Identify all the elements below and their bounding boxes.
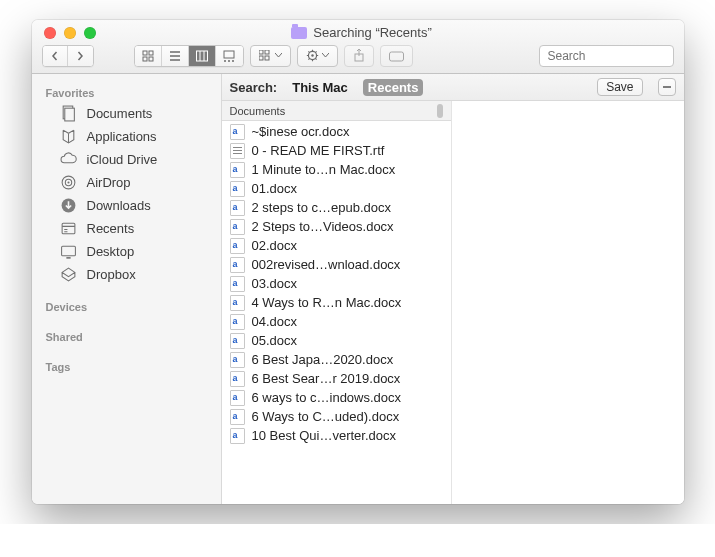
recents-icon — [60, 220, 77, 237]
results-column: Documents ~$inese ocr.docx0 - READ ME FI… — [222, 101, 452, 504]
applications-icon — [60, 128, 77, 145]
sidebar-section-shared: Shared — [32, 326, 221, 346]
svg-rect-1 — [149, 51, 153, 55]
sidebar-item-label: AirDrop — [87, 175, 131, 190]
main-area: Search: This Mac Recents Save Documents … — [222, 74, 684, 504]
file-row[interactable]: ~$inese ocr.docx — [222, 122, 451, 141]
svg-rect-6 — [259, 50, 263, 54]
back-button[interactable] — [43, 46, 68, 66]
file-row[interactable]: 6 ways to c…indows.docx — [222, 388, 451, 407]
svg-point-19 — [67, 181, 69, 183]
save-button[interactable]: Save — [597, 78, 642, 96]
search-input[interactable] — [548, 49, 684, 63]
file-name: 10 Best Qui…verter.docx — [252, 428, 397, 443]
file-row[interactable]: 2 Steps to…Videos.docx — [222, 217, 451, 236]
file-row[interactable]: 002revised…wnload.docx — [222, 255, 451, 274]
file-row[interactable]: 2 steps to c…epub.docx — [222, 198, 451, 217]
sidebar-item-label: Downloads — [87, 198, 151, 213]
docx-file-icon — [230, 295, 245, 311]
file-name: 03.docx — [252, 276, 298, 291]
svg-rect-3 — [149, 57, 153, 61]
sidebar: Favorites Documents Applications iCloud … — [32, 74, 222, 504]
svg-rect-7 — [265, 50, 269, 54]
scrollbar-thumb[interactable] — [437, 104, 443, 118]
arrange-button[interactable] — [250, 45, 291, 67]
view-columns-button[interactable] — [189, 46, 216, 66]
sidebar-item-label: Dropbox — [87, 267, 136, 282]
sidebar-item-airdrop[interactable]: AirDrop — [32, 171, 221, 194]
file-row[interactable]: 05.docx — [222, 331, 451, 350]
sidebar-item-icloud[interactable]: iCloud Drive — [32, 148, 221, 171]
rtf-file-icon — [230, 143, 245, 159]
tags-button[interactable] — [380, 45, 413, 67]
nav-seg — [42, 45, 94, 67]
sidebar-item-desktop[interactable]: Desktop — [32, 240, 221, 263]
file-row[interactable]: 6 Best Japa…2020.docx — [222, 350, 451, 369]
docx-file-icon — [230, 314, 245, 330]
sidebar-item-applications[interactable]: Applications — [32, 125, 221, 148]
docx-file-icon — [230, 257, 245, 273]
scope-recents[interactable]: Recents — [363, 79, 424, 96]
svg-rect-16 — [64, 108, 74, 121]
file-row[interactable]: 04.docx — [222, 312, 451, 331]
file-row[interactable]: 03.docx — [222, 274, 451, 293]
dropbox-icon — [60, 266, 77, 283]
empty-column — [452, 101, 684, 504]
file-row[interactable]: 4 Ways to R…n Mac.docx — [222, 293, 451, 312]
view-seg — [134, 45, 244, 67]
file-row[interactable]: 0 - READ ME FIRST.rtf — [222, 141, 451, 160]
downloads-icon — [60, 197, 77, 214]
view-list-button[interactable] — [162, 46, 189, 66]
sidebar-item-downloads[interactable]: Downloads — [32, 194, 221, 217]
docx-file-icon — [230, 390, 245, 406]
file-name: 6 Best Sear…r 2019.docx — [252, 371, 401, 386]
sidebar-item-label: Documents — [87, 106, 153, 121]
sidebar-item-recents[interactable]: Recents — [32, 217, 221, 240]
share-button[interactable] — [344, 45, 374, 67]
search-field[interactable]: ✕ — [539, 45, 674, 67]
file-name: 1 Minute to…n Mac.docx — [252, 162, 396, 177]
action-button[interactable] — [297, 45, 338, 67]
file-row[interactable]: 6 Best Sear…r 2019.docx — [222, 369, 451, 388]
remove-criteria-button[interactable] — [658, 78, 676, 96]
docx-file-icon — [230, 371, 245, 387]
file-name: 002revised…wnload.docx — [252, 257, 401, 272]
file-row[interactable]: 02.docx — [222, 236, 451, 255]
sidebar-item-label: Applications — [87, 129, 157, 144]
file-name: 0 - READ ME FIRST.rtf — [252, 143, 385, 158]
sidebar-item-label: iCloud Drive — [87, 152, 158, 167]
forward-button[interactable] — [68, 46, 93, 66]
file-name: 6 ways to c…indows.docx — [252, 390, 402, 405]
file-name: 6 Best Japa…2020.docx — [252, 352, 394, 367]
svg-point-11 — [311, 54, 313, 56]
sidebar-item-dropbox[interactable]: Dropbox — [32, 263, 221, 286]
sidebar-item-documents[interactable]: Documents — [32, 102, 221, 125]
view-gallery-button[interactable] — [216, 46, 243, 66]
column-header-label: Documents — [230, 105, 286, 117]
close-icon[interactable] — [44, 27, 56, 39]
docx-file-icon — [230, 333, 245, 349]
file-list: ~$inese ocr.docx0 - READ ME FIRST.rtf1 M… — [222, 121, 451, 504]
column-header[interactable]: Documents — [222, 101, 451, 121]
sidebar-section-devices: Devices — [32, 296, 221, 316]
docx-file-icon — [230, 162, 245, 178]
svg-rect-13 — [389, 52, 403, 61]
docx-file-icon — [230, 124, 245, 140]
docx-file-icon — [230, 428, 245, 444]
docx-file-icon — [230, 238, 245, 254]
view-icons-button[interactable] — [135, 46, 162, 66]
file-row[interactable]: 10 Best Qui…verter.docx — [222, 426, 451, 445]
file-name: 02.docx — [252, 238, 298, 253]
file-name: 04.docx — [252, 314, 298, 329]
columns-area: Documents ~$inese ocr.docx0 - READ ME FI… — [222, 101, 684, 504]
desktop-icon — [60, 243, 77, 260]
file-row[interactable]: 1 Minute to…n Mac.docx — [222, 160, 451, 179]
svg-rect-22 — [61, 246, 75, 256]
cloud-icon — [60, 151, 77, 168]
file-row[interactable]: 6 Ways to C…uded).docx — [222, 407, 451, 426]
scope-this-mac[interactable]: This Mac — [287, 79, 353, 96]
file-name: 2 steps to c…epub.docx — [252, 200, 391, 215]
file-name: 6 Ways to C…uded).docx — [252, 409, 400, 424]
file-row[interactable]: 01.docx — [222, 179, 451, 198]
window-title: Searching “Recents” — [313, 25, 432, 40]
